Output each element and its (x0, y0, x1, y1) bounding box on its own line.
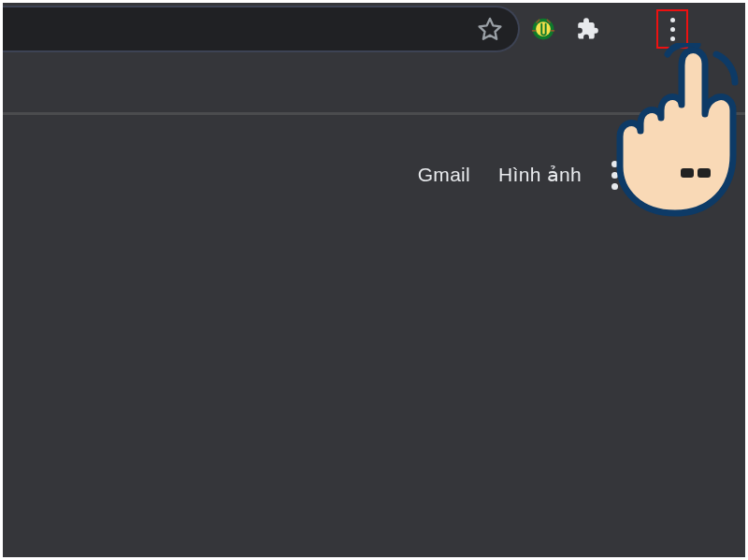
profile-avatar-icon[interactable] (613, 13, 645, 45)
extensions-puzzle-icon[interactable] (570, 13, 602, 45)
chrome-menu-button[interactable] (656, 9, 688, 49)
toolbar-action-icons (527, 6, 688, 52)
gmail-link[interactable]: Gmail (418, 164, 470, 186)
browser-toolbar (0, 0, 748, 58)
bookmark-star-icon[interactable] (477, 16, 503, 42)
omnibox[interactable] (0, 6, 520, 52)
google-header-row: Gmail Hình ảnh (418, 148, 724, 202)
images-link[interactable]: Hình ảnh (498, 164, 582, 186)
account-avatar[interactable] (669, 148, 724, 202)
idm-extension-icon[interactable] (527, 13, 559, 45)
kebab-icon (670, 18, 675, 41)
google-apps-grid-icon[interactable] (610, 159, 641, 191)
toolbar-divider (0, 112, 748, 115)
